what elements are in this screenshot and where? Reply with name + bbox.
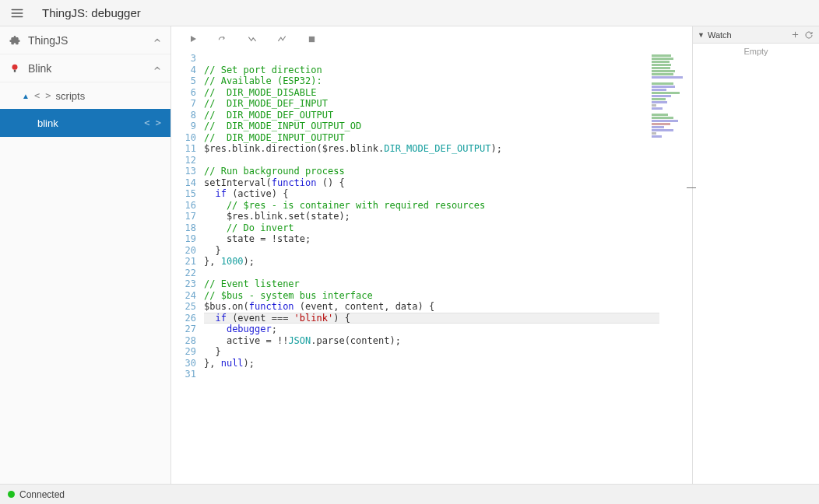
code-editor[interactable]: 3456789101112131415161718192021222324252… <box>171 26 692 484</box>
sidebar-item-label: Blink <box>28 62 152 75</box>
run-button[interactable] <box>187 33 199 45</box>
code-icon: < > <box>144 117 161 128</box>
status-bar: Connected <box>0 484 819 504</box>
sidebar-item-label: ThingJS <box>28 34 152 47</box>
svg-rect-1 <box>14 69 16 72</box>
page-title: ThingJS: debugger <box>42 6 141 19</box>
refresh-icon <box>804 30 814 40</box>
stop-button[interactable] <box>305 33 318 45</box>
step-over-button[interactable] <box>216 33 229 45</box>
step-over-icon <box>216 33 229 44</box>
chevron-up-icon <box>152 35 163 46</box>
step-out-icon <box>276 33 288 44</box>
editor-pane: 3456789101112131415161718192021222324252… <box>171 26 693 484</box>
puzzle-icon <box>8 33 22 47</box>
sidebar-item-scripts[interactable]: ▲ < > scripts <box>0 82 170 109</box>
watch-panel: ▼ Watch Empty <box>693 26 819 484</box>
sidebar: ThingJS Blink ▲ < > scripts bli <box>0 26 171 484</box>
svg-point-0 <box>12 64 18 69</box>
status-indicator-icon <box>8 491 15 498</box>
sidebar-item-blink[interactable]: Blink <box>0 54 170 82</box>
triangle-up-icon: ▲ <box>22 92 30 100</box>
code-content[interactable]: // Set port direction// Available (ESP32… <box>204 53 692 484</box>
watch-title: Watch <box>708 30 786 40</box>
watch-refresh-button[interactable] <box>803 30 814 40</box>
code-icon: < > <box>34 90 51 101</box>
svg-rect-2 <box>308 36 314 41</box>
step-into-button[interactable] <box>246 33 258 45</box>
watch-panel-header[interactable]: ▼ Watch <box>693 26 819 44</box>
bulb-icon <box>8 61 22 75</box>
app-titlebar: ThingJS: debugger <box>0 0 819 26</box>
debug-toolbar <box>171 26 692 51</box>
chevron-up-icon <box>152 63 163 74</box>
watch-add-button[interactable] <box>789 30 800 40</box>
sidebar-item-script-blink[interactable]: blink < > <box>0 109 170 137</box>
stop-icon <box>308 35 316 44</box>
sidebar-item-label: blink <box>37 117 144 129</box>
step-out-button[interactable] <box>276 33 288 45</box>
hamburger-icon <box>10 6 24 20</box>
sidebar-item-thingjs[interactable]: ThingJS <box>0 26 170 54</box>
sidebar-item-label: scripts <box>56 90 86 102</box>
play-icon <box>188 34 198 44</box>
triangle-down-icon: ▼ <box>698 31 705 39</box>
step-into-icon <box>246 33 258 44</box>
status-text: Connected <box>19 489 65 500</box>
watch-empty-text: Empty <box>693 44 819 59</box>
plus-icon <box>791 30 800 39</box>
line-number-gutter: 3456789101112131415161718192021222324252… <box>171 53 204 484</box>
menu-button[interactable] <box>8 4 26 23</box>
